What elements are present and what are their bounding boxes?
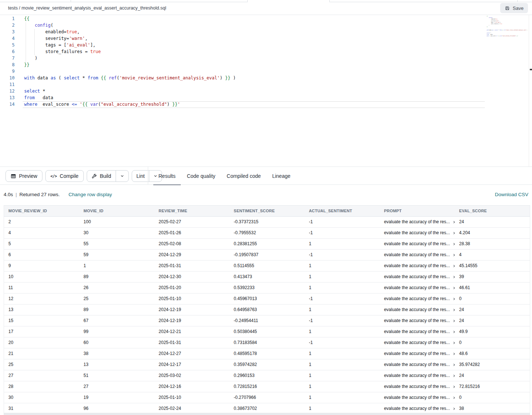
expand-prompt-icon[interactable] (452, 220, 455, 224)
table-cell: 27 (79, 381, 154, 392)
expand-prompt-icon[interactable] (452, 231, 455, 235)
cell-value: 4 (459, 250, 462, 260)
code-text: store_failures = true (24, 48, 101, 55)
save-button[interactable]: Save (500, 3, 528, 13)
compile-button[interactable]: </> Compile (45, 170, 84, 182)
cell-value: 2024-12-17 (159, 359, 181, 370)
code-token (98, 75, 101, 81)
code-token: with (24, 75, 35, 81)
table-cell: 2024-12-16 (154, 381, 229, 392)
prompt-cell: evaluate the accuracy of the res... (379, 261, 454, 271)
code-token: severity= (24, 36, 69, 41)
expand-prompt-icon[interactable] (452, 286, 455, 290)
table-cell: -1 (304, 217, 379, 227)
expand-prompt-icon[interactable] (452, 396, 455, 400)
table-cell: 30 (4, 392, 79, 403)
code-token: store_failures = (24, 49, 90, 54)
cell-value: 55 (83, 239, 88, 249)
line-number: 8 (0, 61, 15, 68)
tab-results[interactable]: Results (158, 167, 176, 185)
expand-prompt-icon[interactable] (452, 407, 455, 411)
prompt-cell: evaluate the accuracy of the res... (379, 272, 454, 282)
line-number: 5 (0, 42, 15, 48)
code-token: ' (518, 35, 518, 37)
expand-prompt-icon[interactable] (452, 253, 455, 257)
results-status-row: 4.0s | Returned 27 rows. Change row disp… (0, 185, 532, 205)
cell-value: 2025-01-10 (159, 392, 181, 403)
cell-value: evaluate the accuracy of the res... (384, 326, 450, 337)
lint-button[interactable]: Lint (132, 171, 149, 182)
code-token: select (495, 30, 498, 31)
line-number: 11 (0, 81, 15, 88)
code-token: <= (72, 102, 77, 107)
expand-prompt-icon[interactable] (452, 374, 455, 378)
column-header: ACTUAL_SENTIMENT (304, 206, 379, 216)
cell-value: 20 (8, 337, 13, 348)
table-cell: 0.50380445 (229, 326, 304, 337)
expand-prompt-icon[interactable] (452, 352, 455, 356)
prompt-cell: evaluate the accuracy of the res... (379, 239, 454, 249)
build-dropdown-button[interactable] (116, 171, 128, 182)
prompt-cell: evaluate the accuracy of the res... (379, 326, 454, 337)
expand-prompt-icon[interactable] (452, 308, 455, 312)
table-row: 11262025-01-200.53922331evaluate the acc… (4, 283, 530, 294)
code-token: eval_score (489, 35, 496, 37)
preview-button[interactable]: Preview (5, 170, 42, 182)
table-cell: 24 (455, 370, 530, 381)
editor-scrollbar-track[interactable] (529, 15, 529, 167)
tab-compiled-code[interactable]: Compiled code (227, 167, 261, 185)
cell-value: 19 (83, 392, 88, 403)
table-row: 15672024-12-19-0.24954411-1evaluate the … (4, 315, 530, 326)
cell-value: -0.2707966 (234, 392, 256, 403)
table-cell: 26 (79, 283, 154, 293)
table-cell: 0.2960153 (229, 370, 304, 381)
expand-prompt-icon[interactable] (452, 363, 455, 367)
expand-prompt-icon[interactable] (452, 242, 455, 246)
cell-value: 4 (8, 228, 11, 238)
expand-prompt-icon[interactable] (452, 275, 455, 279)
table-cell: 1 (304, 381, 379, 392)
file-header: tests / movie_review_sentiment_analysis_… (0, 2, 532, 15)
build-button[interactable]: Build (87, 171, 116, 182)
editor-scrollbar-thumb[interactable] (530, 69, 532, 70)
expand-prompt-icon[interactable] (452, 330, 455, 334)
editor-minimap[interactable]: {{ config( enabled=true, severity='warn'… (487, 16, 528, 37)
table-row: 28272024-12-160.728152161evaluate the ac… (4, 381, 530, 392)
code-token: data (489, 34, 492, 35)
table-cell: -1 (304, 250, 379, 260)
code-token: select (64, 75, 79, 81)
code-line: 3 enabled=true, (0, 29, 532, 35)
column-header: EVAL_SCORE (455, 206, 530, 216)
table-cell: 59 (79, 250, 154, 260)
code-token: , (497, 19, 498, 20)
tab-lineage[interactable]: Lineage (272, 167, 291, 185)
table-cell: 0.73183584 (229, 337, 304, 348)
code-editor[interactable]: 1{{2 config(3 enabled=true,4 severity='w… (0, 15, 532, 167)
prompt-cell: evaluate the accuracy of the res... (379, 337, 454, 348)
table-cell: 15 (4, 315, 79, 326)
expand-prompt-icon[interactable] (452, 341, 455, 345)
tab-code-quality[interactable]: Code quality (187, 167, 216, 185)
code-token: ref (109, 75, 117, 81)
download-csv-link[interactable]: Download CSV (495, 192, 528, 197)
code-token (77, 102, 80, 107)
cell-value: 1 (309, 261, 311, 271)
table-row: 10892024-12-300.4134731evaluate the accu… (4, 272, 530, 283)
cell-value: 99 (83, 326, 88, 337)
horizontal-scrollbar[interactable] (4, 413, 530, 415)
prompt-cell: evaluate the accuracy of the res... (379, 315, 454, 326)
table-cell: 2025-01-31 (154, 261, 229, 271)
expand-prompt-icon[interactable] (452, 385, 455, 389)
line-number: 13 (0, 94, 15, 101)
cell-value: evaluate the accuracy of the res... (384, 250, 450, 260)
lint-label: Lint (136, 173, 145, 179)
expand-prompt-icon[interactable] (452, 319, 455, 323)
table-cell: 67 (79, 315, 154, 326)
cell-value: 2025-01-20 (159, 283, 181, 293)
table-cell: -1 (304, 294, 379, 304)
expand-prompt-icon[interactable] (452, 297, 455, 301)
expand-prompt-icon[interactable] (452, 264, 455, 268)
cell-value: -1 (309, 228, 313, 238)
code-token: as (50, 75, 56, 81)
change-row-display-link[interactable]: Change row display (68, 192, 112, 197)
